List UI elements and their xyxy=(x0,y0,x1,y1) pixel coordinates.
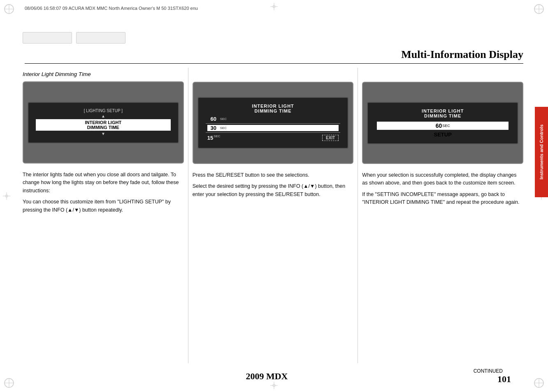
screen2-row3-time: 15SEC xyxy=(207,134,221,141)
bottom-continued: CONTINUED xyxy=(474,368,511,374)
screen3-selected-row: 60 SEC xyxy=(377,122,509,130)
screen3-setup: SETUP xyxy=(375,131,510,138)
display-box-col1: [ LIGHTING SETUP ] ▲ INTERIOR LIGHT DIMM… xyxy=(23,81,184,164)
corner-mark-tl xyxy=(3,3,15,15)
corner-mark-tr xyxy=(533,3,545,15)
screen2-row1: 60SEC xyxy=(207,116,339,122)
corner-mark-br xyxy=(533,377,545,389)
col-3: INTERIOR LIGHT DIMMING TIME 60 SEC SETUP… xyxy=(358,68,527,363)
col2-body: Press the SEL/RESET button to see the se… xyxy=(193,171,354,202)
side-tab-text: Instruments and Controls xyxy=(539,125,544,180)
section-title-col1: Interior Light Dimming Time xyxy=(23,71,184,77)
screen-bracket: [ LIGHTING SETUP ] xyxy=(36,108,171,113)
col-2: INTERIOR LIGHT DIMMING TIME 60SEC 30SEC … xyxy=(188,68,358,363)
print-metadata: 08/06/06 16:58:07 09 ACURA MDX MMC North… xyxy=(25,6,523,11)
main-content: Interior Light Dimming Time [ LIGHTING S… xyxy=(23,68,527,363)
top-tabs xyxy=(23,32,125,44)
bottom-page: 101 xyxy=(497,374,511,385)
display-box-col3: INTERIOR LIGHT DIMMING TIME 60 SEC SETUP xyxy=(362,82,523,164)
bottom-model: 2009 MDX xyxy=(145,371,389,382)
columns: Interior Light Dimming Time [ LIGHTING S… xyxy=(23,68,527,363)
screen-arrow-down: ▼ xyxy=(36,131,171,136)
screen-col2: INTERIOR LIGHT DIMMING TIME 60SEC 30SEC … xyxy=(197,97,349,149)
screen-arrow-up: ▲ xyxy=(36,114,171,118)
display-box-col2: INTERIOR LIGHT DIMMING TIME 60SEC 30SEC … xyxy=(193,82,354,164)
screen2-exit: EXIT xyxy=(322,135,339,141)
col-1: Interior Light Dimming Time [ LIGHTING S… xyxy=(23,68,188,363)
screen-col1: [ LIGHTING SETUP ] ▲ INTERIOR LIGHT DIMM… xyxy=(28,102,179,143)
col1-body: The interior lights fade out when you cl… xyxy=(23,171,184,217)
screen2-title: INTERIOR LIGHT DIMMING TIME xyxy=(206,104,341,113)
screen-highlight: INTERIOR LIGHT DIMMING TIME xyxy=(36,119,171,131)
screen3-title: INTERIOR LIGHT DIMMING TIME xyxy=(375,108,510,118)
screen2-row2-selected: 30SEC xyxy=(207,125,339,131)
screen2-row3: 15SEC EXIT xyxy=(207,134,339,141)
cross-left xyxy=(2,192,11,200)
page-title: Multi-Information Display xyxy=(25,48,523,64)
side-tab: Instruments and Controls xyxy=(535,107,548,197)
tab-box-1 xyxy=(23,32,72,44)
bottom-bar: 2009 MDX CONTINUED 101 xyxy=(23,368,527,385)
corner-mark-bl xyxy=(3,377,15,389)
col3-body: When your selection is successfully comp… xyxy=(362,171,523,210)
screen-col3: INTERIOR LIGHT DIMMING TIME 60 SEC SETUP xyxy=(367,102,518,144)
tab-box-2 xyxy=(76,32,125,44)
